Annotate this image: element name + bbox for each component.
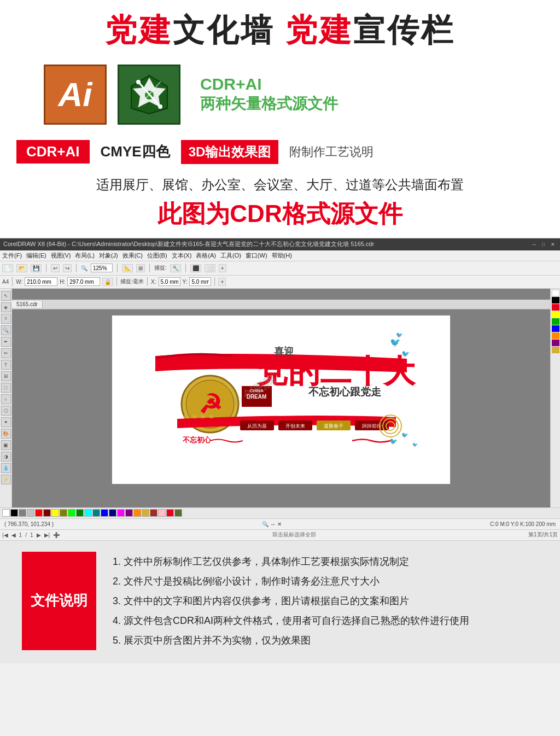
tb-save[interactable]: 💾 [31,264,42,272]
menu-table[interactable]: 表格(A) [196,252,216,260]
palette-black[interactable] [10,509,18,517]
canvas-tab-file[interactable]: 5165.cdr [12,301,43,308]
tool-ellipse[interactable]: ○ [1,394,11,404]
swatch-white[interactable] [552,290,559,296]
menu-help[interactable]: 帮助(H) [272,252,292,260]
palette-purple[interactable] [125,509,133,517]
swatch-red[interactable] [552,304,559,311]
offset-y-input[interactable] [189,277,211,286]
palette-pink[interactable] [158,509,166,517]
width-input[interactable] [25,277,57,286]
palette-brown[interactable] [150,509,158,517]
swatch-yellow[interactable] [552,311,559,318]
swatch-blue[interactable] [552,325,559,332]
palette-silver[interactable] [27,509,34,517]
tag-3d: 3D输出效果图 [181,140,279,164]
menu-effect[interactable]: 效果(C) [122,252,143,260]
palette-olive[interactable] [60,509,67,517]
offset-x-label: X: [151,279,156,285]
palette-lime[interactable] [68,509,75,517]
tool-crop[interactable]: ⌗ [1,314,11,324]
menu-layout[interactable]: 布局(L) [75,252,94,260]
tool-rect[interactable]: □ [1,383,11,393]
tool-transparency[interactable]: ◑ [1,452,11,462]
tool-freehand[interactable]: ✒ [1,337,11,347]
tb-new[interactable]: 📄 [2,264,13,272]
nav-next[interactable]: ▶ [37,532,41,538]
tb-distribute[interactable]: ⬜ [205,264,215,272]
palette-blue[interactable] [101,509,108,517]
menu-bar: 文件(F) 编辑(E) 视图(V) 布局(L) 对象(J) 效果(C) 位图(B… [0,250,560,261]
palette-green[interactable] [76,509,84,517]
tb-snap-toggle[interactable]: 🔧 [170,264,181,272]
menu-window[interactable]: 窗口(W) [246,252,267,260]
palette-crimson[interactable] [166,509,174,517]
tb-redo[interactable]: ↪ [63,264,72,272]
palette-teal[interactable] [92,509,100,517]
palette-yellow[interactable] [51,509,59,517]
tool-shape[interactable]: ◈ [1,302,11,312]
note-item-5: 5. 展示页中所含图片并不为实物，仅为效果图 [113,630,538,650]
menu-view[interactable]: 视图(V) [51,252,71,260]
menu-edit[interactable]: 编辑(E) [26,252,46,260]
swatch-black[interactable] [552,297,559,303]
menu-tools[interactable]: 工具(O) [220,252,241,260]
tb-snap[interactable]: 📐 [122,264,133,272]
status-hint: 双击鼠标选择全部 [63,531,525,539]
swatch-purple[interactable] [552,340,559,346]
tool-pointer[interactable]: ↖ [1,291,11,301]
menu-object[interactable]: 对象(J) [99,252,118,260]
swatch-green[interactable] [552,318,559,325]
tb-step[interactable]: + [218,278,226,286]
nav-add[interactable]: ➕ [53,532,60,538]
maximize-btn[interactable]: □ [540,241,547,248]
subtitle-text: 适用展厅、展馆、办公室、会议室、大厅、过道等公共墙面布置 [96,177,464,192]
cdr-icon [118,65,180,125]
nav-prev[interactable]: ◀ [11,532,16,538]
tb-open[interactable]: 📂 [16,264,27,272]
tool-pen[interactable]: ✏ [1,348,11,358]
palette-white[interactable] [2,509,10,517]
svg-text:★ ★ ★ ★: ★ ★ ★ ★ [183,412,215,420]
tb-plus[interactable]: + [219,264,226,272]
palette-darkolive[interactable] [174,509,182,517]
menu-text[interactable]: 文本(X) [172,252,192,260]
tool-special[interactable]: ✦ [1,417,11,427]
palette-magenta[interactable] [117,509,125,517]
offset-y-label: Y: [183,279,188,285]
close-btn[interactable]: ✕ [549,241,557,248]
nav-last[interactable]: ▶| [44,532,50,538]
tb-undo[interactable]: ↩ [51,264,60,272]
tb-align[interactable]: ⬛ [190,264,201,272]
tool-table[interactable]: ⊞ [1,371,11,381]
tool-zoom[interactable]: 🔍 [1,325,11,335]
swatch-gold[interactable] [552,347,559,353]
offset-x-input[interactable] [159,277,180,286]
zoom-input[interactable] [91,264,113,272]
palette-red[interactable] [35,509,43,517]
minimize-btn[interactable]: ─ [530,241,538,248]
palette-maroon[interactable] [43,509,51,517]
menu-file[interactable]: 文件(F) [2,252,22,260]
palette-gray[interactable] [19,509,26,517]
tool-text[interactable]: T [1,360,11,370]
palette-orange[interactable] [133,509,141,517]
menu-bitmap[interactable]: 位图(B) [147,252,167,260]
window-controls[interactable]: ─ □ ✕ [530,241,557,248]
tool-interact[interactable]: ⚡ [1,475,11,484]
height-input[interactable] [67,277,100,286]
nav-of: / [25,532,27,538]
tool-fill[interactable]: ▣ [1,440,11,450]
nav-first[interactable]: |◀ [2,532,8,538]
tool-paint[interactable]: 🎨 [1,429,11,439]
tool-polygon[interactable]: ⬡ [1,406,11,416]
page-indicator: 第1页/共1页 [528,531,558,539]
tool-eyedropper[interactable]: 💧 [1,463,11,473]
palette-cyan[interactable] [84,509,92,517]
palette-gold[interactable] [142,509,149,517]
design-content: © 创图网 ☭ 喜迎 党的二十大 [112,316,450,484]
tb-grid[interactable]: ⊞ [136,264,145,272]
swatch-orange[interactable] [552,332,559,339]
palette-navy[interactable] [109,509,116,517]
tb-lock[interactable]: 🔒 [102,278,113,286]
